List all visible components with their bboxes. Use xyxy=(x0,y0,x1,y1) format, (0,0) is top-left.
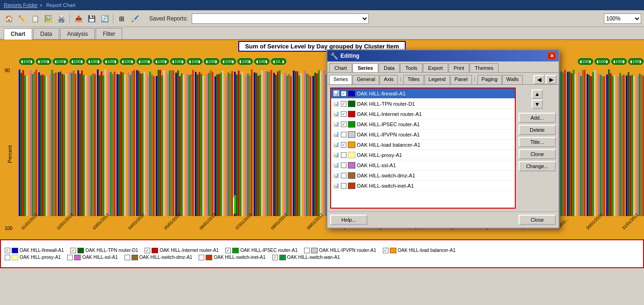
dialog-subtab-axis[interactable]: Axis xyxy=(380,75,398,84)
legend-check-ssl[interactable] xyxy=(67,255,73,260)
tab-filter[interactable]: Filter xyxy=(96,28,122,39)
svg-rect-107 xyxy=(212,72,214,216)
series-item-10[interactable]: 📊 OAK HILL-switch-inet-A1 xyxy=(331,181,515,191)
series-checkbox-6[interactable]: ✓ xyxy=(341,142,346,148)
title-button[interactable]: Title... xyxy=(519,137,556,147)
series-checkbox-9[interactable] xyxy=(341,173,346,178)
legend-item-proxy: OAK HILL-proxy-A1 xyxy=(5,255,61,260)
legend-check-tpn[interactable]: ✓ xyxy=(70,248,76,253)
svg-rect-88 xyxy=(175,73,177,216)
zoom-select[interactable]: 100% 75% 50% 125% 150% xyxy=(604,14,641,24)
legend-check-inet[interactable] xyxy=(199,255,204,260)
series-checkbox-4[interactable]: ✓ xyxy=(341,122,346,127)
dialog-subtab-series[interactable]: Series xyxy=(329,75,352,84)
breadcrumb-folder[interactable]: Reports Folder xyxy=(4,2,38,8)
series-list[interactable]: 📊 ✓ OAK HILL-firewall-A1 📊 ✓ OAK HILL-TP… xyxy=(330,88,516,209)
series-checkbox-3[interactable]: ✓ xyxy=(341,111,346,117)
list-icon[interactable]: 📋 xyxy=(29,13,41,25)
svg-rect-27 xyxy=(55,73,57,216)
dialog-subtab-titles[interactable]: Titles xyxy=(403,75,424,84)
saved-reports-select[interactable] xyxy=(192,14,369,24)
legend-area: ✓ OAK HILL-firewall-A1 ✓ OAK HILL-TPN ro… xyxy=(0,239,644,268)
svg-rect-76 xyxy=(151,75,153,216)
series-checkbox-2[interactable]: ✓ xyxy=(341,101,346,107)
dialog-tab-tools[interactable]: Tools xyxy=(400,63,422,72)
dialog-subtab-panel[interactable]: Panel xyxy=(450,75,472,84)
svg-rect-134 xyxy=(265,71,267,216)
clone-button[interactable]: Clone xyxy=(519,149,556,159)
dialog-tab-data[interactable]: Data xyxy=(379,63,400,72)
legend-check-firewall[interactable]: ✓ xyxy=(5,248,10,253)
legend-check-dmz[interactable] xyxy=(125,255,130,260)
nav-right-arrow[interactable]: ▶ xyxy=(546,75,557,84)
export-icon[interactable]: 📤 xyxy=(72,13,84,25)
svg-rect-67 xyxy=(133,70,135,216)
dialog-close-button[interactable]: ✕ xyxy=(547,52,556,60)
dialog-tab-series[interactable]: Series xyxy=(353,63,378,72)
legend-check-ipvpn[interactable] xyxy=(304,248,310,253)
series-checkbox-5[interactable] xyxy=(341,132,346,137)
series-down-button[interactable]: ▼ xyxy=(532,100,543,109)
svg-rect-69 xyxy=(138,71,140,216)
dialog-subtab-general[interactable]: General xyxy=(353,75,379,84)
breadcrumb-bar: Reports Folder » Report Chart xyxy=(0,0,644,10)
delete-button[interactable]: Delete xyxy=(519,125,556,135)
add-button[interactable]: Add... xyxy=(519,113,556,123)
legend-check-internet[interactable]: ✓ xyxy=(145,248,150,253)
toolbar: 🏠 ✏️ 📋 🖼️ 🖨️ 📤 💾 🔄 ⊞ 🖌️ Saved Reports: 1… xyxy=(0,10,644,27)
refresh-icon[interactable]: 🔄 xyxy=(98,13,111,25)
svg-rect-150 xyxy=(297,71,298,216)
svg-rect-130 xyxy=(257,75,259,216)
home-icon[interactable]: 🏠 xyxy=(3,13,15,25)
dialog-subtab-legend[interactable]: Legend xyxy=(424,75,450,84)
legend-check-wan[interactable]: ✓ xyxy=(272,255,278,260)
save-icon[interactable]: 💾 xyxy=(85,13,97,25)
series-item-3[interactable]: 📊 ✓ OAK HILL-Internet router-A1 xyxy=(331,109,515,119)
nav-left-arrow[interactable]: ◀ xyxy=(533,75,545,84)
series-up-button[interactable]: ▲ xyxy=(532,89,543,99)
dialog-subtab-walls[interactable]: Walls xyxy=(502,75,523,84)
svg-rect-158 xyxy=(312,76,314,216)
svg-rect-60 xyxy=(120,72,122,216)
svg-rect-102 xyxy=(202,75,204,216)
dialog-tab-themes[interactable]: Themes xyxy=(470,63,499,72)
help-button[interactable]: Help... xyxy=(330,215,367,225)
svg-rect-16 xyxy=(34,72,35,216)
image-icon[interactable]: 🖼️ xyxy=(42,13,54,25)
change-button[interactable]: Change... xyxy=(519,161,556,171)
paint-icon[interactable]: 🖌️ xyxy=(129,13,141,25)
legend-check-proxy[interactable] xyxy=(5,255,10,260)
svg-rect-307 xyxy=(603,76,605,216)
legend-check-lb[interactable]: ✓ xyxy=(383,248,388,253)
svg-rect-99 xyxy=(197,75,199,216)
edit-icon[interactable]: ✏️ xyxy=(16,13,28,25)
legend-check-ipsec[interactable]: ✓ xyxy=(225,248,231,253)
dialog-tab-export[interactable]: Export xyxy=(423,63,448,72)
grid-icon[interactable]: ⊞ xyxy=(116,13,128,25)
series-item-4[interactable]: 📊 ✓ OAK HILL-IPSEC router-A1 xyxy=(331,119,515,129)
series-item-2[interactable]: 📊 ✓ OAK HILL-TPN router-D1 xyxy=(331,99,515,109)
dialog-tab-print[interactable]: Print xyxy=(449,63,470,72)
series-item-7[interactable]: 📊 OAK HILL-proxy-A1 xyxy=(331,150,515,160)
dialog-tab-chart[interactable]: Chart xyxy=(329,63,352,72)
series-checkbox-8[interactable] xyxy=(341,163,346,168)
dialog-subtab-paging[interactable]: Paging xyxy=(478,75,502,84)
series-item-8[interactable]: 📊 OAK HILL-ssl-A1 xyxy=(331,160,515,170)
series-checkbox-1[interactable]: ✓ xyxy=(341,91,346,96)
hundred-badge: ◖10..◗ xyxy=(271,58,286,65)
tab-analysis[interactable]: Analysis xyxy=(60,28,95,39)
close-button[interactable]: Close xyxy=(519,215,556,225)
dialog-titlebar: 🔧 Editing ✕ xyxy=(327,50,559,61)
series-name-1: OAK HILL-firewall-A1 xyxy=(357,91,513,96)
tab-chart[interactable]: Chart xyxy=(4,28,32,40)
series-checkbox-7[interactable] xyxy=(341,152,346,158)
svg-rect-302 xyxy=(594,70,596,216)
tab-data[interactable]: Data xyxy=(33,28,59,39)
series-item-5[interactable]: 📊 OAK HILL-IPVPN router-A1 xyxy=(331,129,515,140)
series-checkbox-10[interactable] xyxy=(341,183,346,189)
print-icon[interactable]: 🖨️ xyxy=(55,13,67,25)
series-item-1[interactable]: 📊 ✓ OAK HILL-firewall-A1 xyxy=(331,88,515,99)
svg-rect-126 xyxy=(249,76,251,216)
series-item-6[interactable]: 📊 ✓ OAK HILL-load balancer-A1 xyxy=(331,140,515,150)
series-item-9[interactable]: 📊 OAK HILL-switch-dmz-A1 xyxy=(331,170,515,181)
